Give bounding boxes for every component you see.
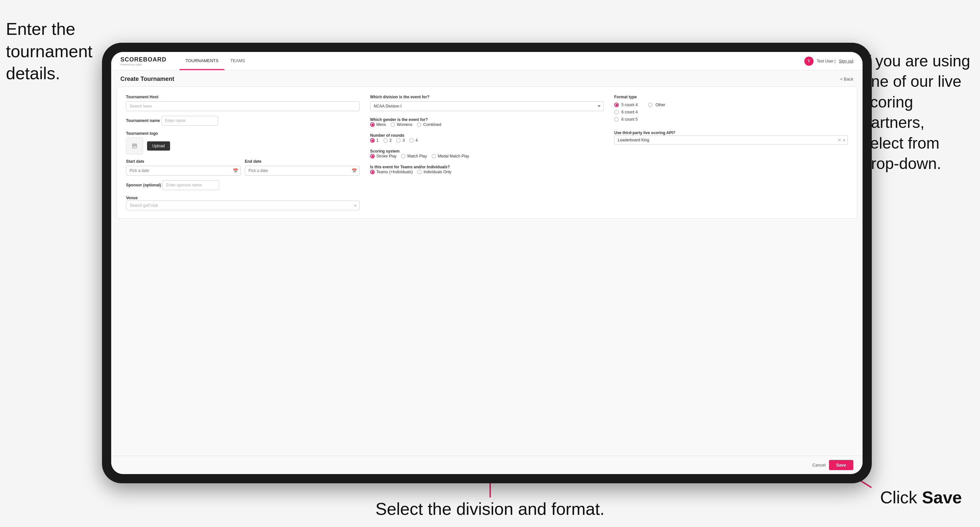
name-section: Tournament name <box>126 116 360 125</box>
annotation-bottom-center: Select the division and format. <box>375 498 605 521</box>
format-section: Format type 5 count 4 <box>614 95 848 210</box>
user-avatar: T <box>804 57 813 66</box>
radio-combined <box>417 122 422 127</box>
rounds-2[interactable]: 2 <box>383 138 392 143</box>
scoring-section: Scoring system Stroke Play Match Play <box>370 148 604 159</box>
radio-teams <box>370 170 375 174</box>
annotation-top-right: If you are using one of our live scoring… <box>862 51 974 174</box>
radio-match <box>401 154 406 159</box>
sponsor-section: Sponsor (optional) <box>126 180 360 190</box>
nav-right: T Test User | Sign out <box>804 57 853 66</box>
radio-womens <box>390 122 395 127</box>
upload-button[interactable]: Upload <box>147 141 170 151</box>
form-grid: Tournament Host Tournament name Tourname… <box>126 95 848 210</box>
nav-tab-tournaments[interactable]: TOURNAMENTS <box>180 52 224 70</box>
live-scoring-section: Use third-party live scoring API? ✕ ▼ <box>614 130 848 144</box>
gender-radio-group: Mens Womens Combined <box>370 122 604 127</box>
tournament-host-section: Tournament Host Tournament name Tourname… <box>126 95 360 210</box>
scoring-medal[interactable]: Medal Match Play <box>432 154 469 159</box>
division-label: Which division is the event for? <box>370 95 604 99</box>
scoring-match[interactable]: Match Play <box>401 154 427 159</box>
rounds-label: Number of rounds <box>370 133 404 138</box>
annotation-bc-text: Select the division and format. <box>375 499 605 519</box>
radio-r2 <box>383 138 388 143</box>
host-input[interactable] <box>126 101 360 111</box>
logo-placeholder <box>126 137 143 154</box>
rounds-section: Number of rounds 1 2 <box>370 132 604 143</box>
scoring-stroke[interactable]: Stroke Play <box>370 154 396 159</box>
nav-user: Test User | <box>817 59 835 63</box>
format-col-left: 5 count 4 6 count 4 6 count 5 <box>614 101 638 123</box>
start-date-field: Start date 📅 <box>126 159 241 176</box>
save-button[interactable]: Save <box>829 460 853 470</box>
annotation-tr-text: If you are using one of our live scoring… <box>862 52 970 172</box>
radio-individuals <box>417 170 422 174</box>
radio-r3 <box>396 138 401 143</box>
save-label-annotation: Save <box>922 488 962 507</box>
nav-tab-teams[interactable]: TEAMS <box>224 52 251 70</box>
start-date-wrap: 📅 <box>126 166 241 176</box>
end-date-label: End date <box>245 159 360 164</box>
radio-stroke <box>370 154 375 159</box>
annotation-top-left: Enter the tournament details. <box>6 18 98 85</box>
teams-both[interactable]: Teams (+Individuals) <box>370 170 412 174</box>
sign-out-link[interactable]: Sign out <box>839 59 853 63</box>
sponsor-input[interactable] <box>162 180 219 190</box>
form-footer: Cancel Save <box>111 456 862 474</box>
rounds-radio-group: 1 2 3 <box>370 138 604 143</box>
annotation-tl-text: Enter the tournament details. <box>6 19 92 83</box>
end-date-wrap: 📅 <box>245 166 360 176</box>
rounds-4[interactable]: 4 <box>409 138 418 143</box>
venue-wrap: ▼ <box>126 200 360 210</box>
logo-label: Tournament logo <box>126 131 158 136</box>
page-header: Create Tournament < Back <box>111 70 862 86</box>
live-scoring-controls: ✕ ▼ <box>838 138 846 142</box>
scoring-radio-group: Stroke Play Match Play Medal Match Play <box>370 154 604 159</box>
radio-5c4 <box>614 103 619 107</box>
live-scoring-chevron: ▼ <box>843 138 846 142</box>
date-row: Start date 📅 End date <box>126 159 360 176</box>
start-date-input[interactable] <box>126 166 241 176</box>
cancel-button[interactable]: Cancel <box>812 463 826 468</box>
live-scoring-input[interactable] <box>614 135 848 144</box>
calendar-icon-start: 📅 <box>233 168 238 173</box>
gender-section: Which gender is the event for? Mens Wome… <box>370 116 604 127</box>
live-scoring-label: Use third-party live scoring API? <box>614 130 675 135</box>
format-6c5[interactable]: 6 count 5 <box>614 116 638 123</box>
end-date-field: End date 📅 <box>245 159 360 176</box>
host-label: Tournament Host <box>126 95 360 99</box>
rounds-1[interactable]: 1 <box>370 138 379 143</box>
format-label: Format type <box>614 95 848 99</box>
end-date-input[interactable] <box>245 166 360 176</box>
nav-logo: SCOREBOARD Powered by clippit <box>120 56 167 66</box>
tablet-screen: SCOREBOARD Powered by clippit TOURNAMENT… <box>111 52 862 474</box>
gender-womens[interactable]: Womens <box>390 122 412 127</box>
teams-individuals[interactable]: Individuals Only <box>417 170 451 174</box>
top-nav: SCOREBOARD Powered by clippit TOURNAMENT… <box>111 52 862 70</box>
dates-section: Start date 📅 End date <box>126 159 360 176</box>
logo-main: SCOREBOARD <box>120 56 167 63</box>
format-5c4[interactable]: 5 count 4 <box>614 101 638 108</box>
division-select[interactable]: NCAA Division I <box>370 101 604 111</box>
division-section: Which division is the event for? NCAA Di… <box>370 95 604 210</box>
format-other[interactable]: Other <box>648 101 665 108</box>
gender-combined[interactable]: Combined <box>417 122 441 127</box>
gender-mens[interactable]: Mens <box>370 122 386 127</box>
teams-radio-group: Teams (+Individuals) Individuals Only <box>370 170 604 174</box>
radio-6c4 <box>614 110 619 114</box>
radio-6c5 <box>614 117 619 122</box>
gender-label: Which gender is the event for? <box>370 117 428 122</box>
format-6c4[interactable]: 6 count 4 <box>614 108 638 116</box>
page-title: Create Tournament <box>120 76 174 83</box>
teams-label: Is this event for Teams and/or Individua… <box>370 165 450 169</box>
venue-input[interactable] <box>126 200 360 210</box>
back-link[interactable]: < Back <box>840 76 853 81</box>
radio-r4 <box>409 138 414 143</box>
scoring-label: Scoring system <box>370 149 399 154</box>
live-scoring-clear[interactable]: ✕ <box>838 138 841 142</box>
name-input[interactable] <box>162 116 218 125</box>
rounds-3[interactable]: 3 <box>396 138 405 143</box>
logo-section: Tournament logo Upload <box>126 130 360 154</box>
radio-mens <box>370 122 375 127</box>
calendar-icon-end: 📅 <box>352 168 357 173</box>
